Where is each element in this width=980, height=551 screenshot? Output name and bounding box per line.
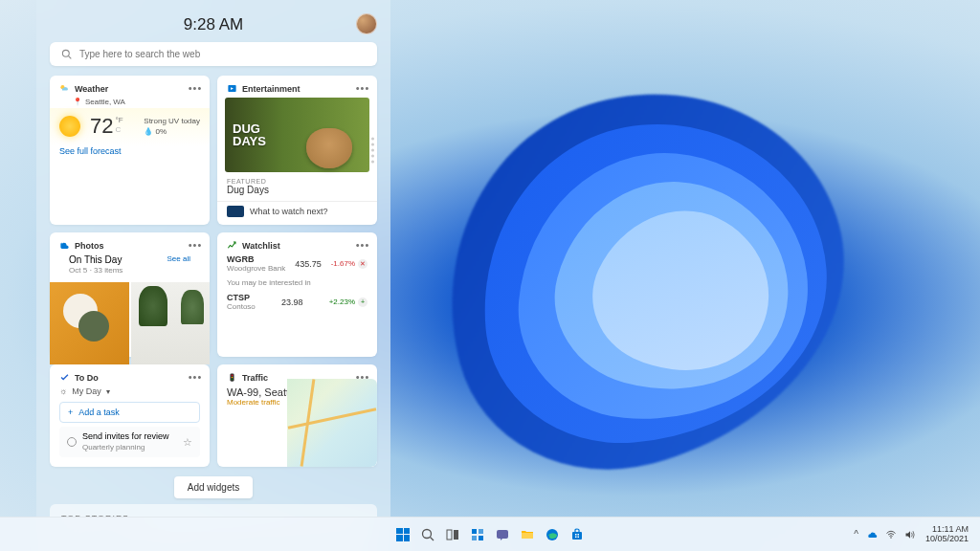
watchlist-widget[interactable]: ••• Watchlist WGRBWoodgrove Bank 435.75 … [217,232,377,357]
taskbar-search-icon[interactable] [418,525,437,544]
svg-rect-17 [497,530,508,539]
search-input[interactable] [79,49,366,59]
entertainment-more-button[interactable]: ••• [354,81,371,95]
photos-title: Photos [75,241,104,251]
weather-icon [59,83,70,94]
watchlist-more-button[interactable]: ••• [354,238,371,252]
photos-see-all-link[interactable]: See all [167,254,190,275]
todo-task-item[interactable]: Send invites for review Quarterly planni… [59,427,200,457]
add-widgets-button[interactable]: Add widgets [174,476,253,498]
svg-line-1 [69,56,72,59]
todo-checkbox[interactable] [67,437,77,447]
entertainment-label: FEATURED [217,172,377,185]
user-avatar[interactable] [356,13,377,34]
todo-icon [59,372,70,383]
volume-tray-icon[interactable] [904,529,916,540]
svg-rect-16 [479,536,483,540]
watchlist-row-wgrb[interactable]: WGRBWoodgrove Bank 435.75 -1.67%✕ [227,254,368,273]
svg-rect-22 [575,534,577,536]
tray-overflow-icon[interactable]: ^ [854,529,858,540]
weather-location: 📍Seattle, WA [73,98,200,106]
weather-title: Weather [75,84,108,94]
chevron-down-icon: ▾ [106,387,110,396]
weather-temp: 72°FC [90,114,123,139]
photos-heading: On This Day [69,254,122,265]
entertainment-thumbnail[interactable]: DUG DAYS [225,98,369,172]
svg-rect-24 [575,536,577,538]
svg-rect-25 [578,536,580,538]
svg-marker-27 [905,531,910,539]
wifi-tray-icon[interactable] [885,529,897,540]
todo-more-button[interactable]: ••• [187,370,204,384]
widgets-taskbar-icon[interactable] [468,525,487,544]
photos-more-button[interactable]: ••• [187,238,204,252]
desktop-wallpaper [329,57,923,517]
svg-rect-15 [472,536,477,540]
disney-plus-icon [227,206,244,217]
svg-point-9 [423,529,432,538]
droplet-icon: 💧 [144,127,153,136]
todo-widget[interactable]: ••• To Do ☼ My Day ▾ + Add a task [50,364,210,467]
entertainment-widget[interactable]: ••• Entertainment DUG DAYS FEATURED Dug … [217,76,377,225]
entertainment-icon [227,83,237,94]
traffic-widget[interactable]: ••• Traffic WA-99, Seattle Moderate traf… [217,364,377,467]
panel-clock: 9:28 AM [50,15,377,34]
carousel-dots[interactable] [371,138,374,164]
svg-rect-11 [447,530,452,540]
file-explorer-icon[interactable] [518,525,537,544]
weather-condition: Strong UV today [144,116,200,126]
todo-task-title: Send invites for review [82,431,177,443]
svg-line-10 [431,537,434,540]
todo-myday-selector[interactable]: ☼ My Day ▾ [59,386,200,396]
svg-point-0 [62,50,69,56]
photo-thumbnail-1[interactable] [50,282,129,364]
traffic-title: Traffic [242,373,268,383]
todo-title: To Do [75,373,99,383]
svg-rect-23 [578,534,580,536]
svg-rect-14 [479,529,483,534]
traffic-map-thumbnail[interactable] [287,379,377,467]
weather-more-button[interactable]: ••• [187,81,204,95]
edge-icon[interactable] [543,525,562,544]
entertainment-overlay-title: DUG DAYS [233,122,266,147]
system-clock[interactable]: 11:11 AM 10/05/2021 [925,525,969,544]
svg-rect-12 [454,530,458,540]
watchlist-title: Watchlist [242,241,280,251]
start-button[interactable] [393,525,412,544]
dog-face-graphic [306,128,352,168]
search-box[interactable] [50,42,377,66]
store-icon[interactable] [568,525,587,544]
widgets-panel: 9:28 AM ••• Weather 📍Seattle, WA 72°FC S… [36,0,390,551]
search-icon [61,49,72,59]
weather-widget[interactable]: ••• Weather 📍Seattle, WA 72°FC Strong UV… [50,76,210,225]
todo-add-task[interactable]: + Add a task [59,402,200,423]
onedrive-tray-icon[interactable] [866,529,878,540]
star-icon[interactable]: ☆ [183,436,192,449]
task-view-icon[interactable] [443,525,462,544]
svg-rect-21 [572,532,582,540]
weather-forecast-link[interactable]: See full forecast [59,146,200,156]
entertainment-footer-text[interactable]: What to watch next? [250,207,328,216]
plus-icon: + [68,408,73,417]
photos-count: 33 items [94,266,122,275]
svg-point-8 [232,379,234,381]
svg-point-6 [232,375,234,377]
photos-widget[interactable]: ••• Photos On This Day Oct 5 · 33 items … [50,232,210,357]
add-icon[interactable]: + [358,298,368,307]
chat-icon[interactable] [493,525,512,544]
entertainment-name: Dug Days [217,185,377,201]
traffic-icon [227,372,237,383]
svg-point-26 [890,537,892,539]
watchlist-hint: You may be interested in [227,278,368,287]
entertainment-title: Entertainment [242,84,301,94]
unpin-icon[interactable]: ✕ [358,259,368,269]
todo-task-subtitle: Quarterly planning [82,443,177,452]
svg-point-7 [232,377,234,379]
pin-icon: 📍 [73,98,82,106]
photos-icon [59,240,70,251]
photo-thumbnail-2[interactable] [131,282,211,364]
watchlist-row-ctsp[interactable]: CTSPContoso 23.98 +2.23%+ [227,293,368,311]
sun-icon [59,116,80,137]
weather-precip: 💧 0% [144,126,200,137]
watchlist-icon [227,240,237,251]
